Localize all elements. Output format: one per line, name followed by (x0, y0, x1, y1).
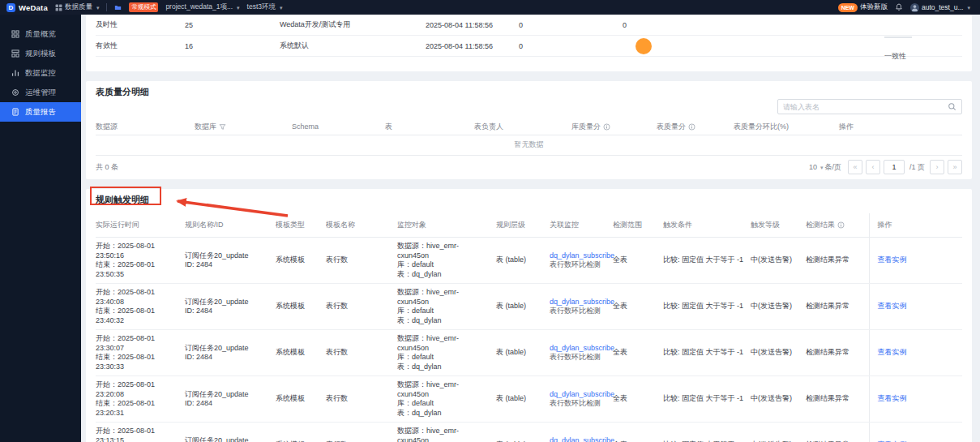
table-row: 开始：2025-08-01 23:13:15 结束：2025-08-01 23:… (96, 423, 962, 442)
info-icon[interactable] (688, 123, 695, 131)
chevron-down-icon (95, 3, 100, 11)
dimension-label: 及时性 (96, 19, 185, 30)
try-new-version-button[interactable]: NEW 体验新版 (838, 2, 888, 12)
new-badge: NEW (838, 3, 858, 12)
search-input[interactable] (783, 103, 948, 111)
monitor-link[interactable]: dq_dylan_subscribe (550, 344, 606, 354)
rule-group-name: 系统默认 (280, 41, 426, 51)
last-page-button[interactable]: » (948, 160, 962, 174)
page-number-input[interactable]: 1 (884, 160, 905, 174)
notification-bell[interactable] (895, 3, 903, 11)
sidebar-item-ops-management[interactable]: 运维管理 (0, 83, 81, 102)
cell-trigger-level: 中(发送告警) (751, 330, 806, 376)
column-header: 触发等级 (751, 213, 806, 238)
cell-run-time: 开始：2025-08-01 23:30:07 结束：2025-08-01 23:… (96, 330, 185, 376)
cell-detect-result: 检测结果异常 (806, 238, 869, 284)
try-new-version-label: 体验新版 (860, 2, 888, 12)
avatar (910, 3, 919, 12)
cell-detect-scope: 全表 (613, 238, 663, 284)
mode-tag: 常规模式 (129, 2, 158, 12)
bar-chart-icon (11, 69, 19, 77)
chevron-down-icon (278, 3, 283, 11)
column-header: 库质量分 (571, 122, 657, 132)
cell-run-time: 开始：2025-08-01 23:13:15 结束：2025-08-01 23:… (96, 423, 185, 442)
count-value: 0 (519, 42, 623, 50)
page-total: /1 页 (909, 162, 925, 173)
cell-run-time: 开始：2025-08-01 23:20:08 结束：2025-08-01 23:… (96, 376, 185, 423)
view-instance-link[interactable]: 查看实例 (878, 394, 907, 402)
env-label: test3环境 (247, 2, 276, 12)
cell-rule-name: 订阅任务20_update ID: 2484 (185, 284, 276, 330)
page-size-select[interactable]: 10 条/页 (809, 162, 841, 173)
column-header: 规则名称/ID (185, 213, 276, 238)
total-count: 共 0 条 (96, 162, 118, 173)
cell-rule-name: 订阅任务20_update ID: 2484 (185, 423, 276, 442)
cell-rule-level: 表 (table) (496, 238, 550, 284)
monitor-link[interactable]: dq_dylan_subscribe (550, 298, 606, 307)
monitor-link[interactable]: dq_dylan_subscribe (550, 251, 606, 261)
column-header: 规则层级 (496, 213, 550, 238)
cell-run-time: 开始：2025-08-01 23:50:16 结束：2025-08-01 23:… (96, 238, 185, 284)
column-header: 实际运行时间 (96, 213, 185, 238)
count-value: 0 (519, 21, 623, 29)
user-menu[interactable]: auto_test_u... (910, 3, 970, 12)
report-icon (11, 108, 19, 116)
info-icon[interactable] (603, 123, 610, 131)
cell-linked-monitor: dq_dylan_subscribe 表行数环比检测 (550, 238, 613, 284)
view-instance-link[interactable]: 查看实例 (878, 302, 907, 310)
column-header: 监控对象 (397, 213, 496, 238)
card-title: 表质量分明细 (96, 86, 962, 98)
product-switcher[interactable]: 数据质量 (55, 2, 100, 12)
sidebar-item-data-monitoring[interactable]: 数据监控 (0, 63, 81, 83)
project-folder-icon (114, 4, 122, 11)
column-header: 操作 (869, 213, 962, 238)
column-header: 表质量分 (657, 122, 734, 132)
project-selector[interactable]: project_wedata_1项... (165, 2, 239, 12)
cell-template-type: 系统模板 (276, 376, 326, 423)
cell-template-name: 表行数 (326, 423, 397, 442)
sidebar-item-rule-templates[interactable]: 规则模板 (0, 44, 81, 63)
table-row: 开始：2025-08-01 23:30:07 结束：2025-08-01 23:… (96, 330, 962, 376)
logo-text: WeData (19, 3, 48, 12)
empty-state: 暂无数据 (96, 135, 962, 156)
chevron-down-icon (235, 3, 240, 11)
env-selector[interactable]: test3环境 (247, 2, 283, 12)
cell-action: 查看实例 (869, 423, 962, 442)
cell-detect-result: 检测结果异常 (806, 376, 869, 423)
count-value: 0 (623, 21, 962, 29)
cell-trigger-condition: 比较: 固定值 大于等于 -1 (663, 238, 751, 284)
column-header: 数据源 (96, 122, 195, 132)
sidebar-item-label: 数据监控 (25, 68, 56, 79)
column-header: 表 (385, 122, 474, 132)
table-row: 开始：2025-08-01 23:50:16 结束：2025-08-01 23:… (96, 238, 962, 284)
product-grid-icon (55, 4, 62, 11)
cell-linked-monitor: dq_dylan_subscribe 表行数环比检测 (550, 284, 613, 330)
cell-rule-level: 表 (table) (496, 330, 550, 376)
sidebar-item-label: 质量报告 (25, 107, 56, 118)
first-page-button[interactable]: « (848, 160, 862, 174)
cell-rule-name: 订阅任务20_update ID: 2484 (185, 376, 276, 423)
monitor-link[interactable]: dq_dylan_subscribe (550, 390, 606, 400)
chevron-down-icon (819, 163, 824, 171)
cell-run-time: 开始：2025-08-01 23:40:08 结束：2025-08-01 23:… (96, 284, 185, 330)
cell-trigger-level: 中(发送告警) (751, 284, 806, 330)
view-instance-link[interactable]: 查看实例 (878, 348, 907, 356)
sidebar-item-quality-report[interactable]: 质量报告 (0, 102, 81, 122)
search-icon[interactable] (948, 102, 956, 111)
prev-page-button[interactable]: ‹ (866, 160, 880, 174)
filter-funnel-icon[interactable] (219, 123, 226, 131)
column-header: 模板名称 (326, 213, 397, 238)
overview-card: 及时性 25 Wedata开发/测试专用 2025-08-04 11:58:56… (86, 15, 972, 71)
cell-action: 查看实例 (869, 376, 962, 423)
next-page-button[interactable]: › (930, 160, 944, 174)
cell-detect-result: 检测结果异常 (806, 330, 869, 376)
sidebar-item-quality-overview[interactable]: 质量概览 (0, 24, 81, 44)
monitor-link[interactable]: dq_dylan_subscribe (550, 436, 606, 442)
cell-detect-scope: 全表 (613, 330, 663, 376)
cell-rule-name: 订阅任务20_update ID: 2484 (185, 238, 276, 284)
info-icon[interactable] (837, 221, 845, 229)
project-label: project_wedata_1项... (165, 2, 233, 12)
table-search-box (777, 99, 962, 114)
view-instance-link[interactable]: 查看实例 (878, 255, 907, 264)
sidebar: 质量概览 规则模板 数据监控 运维管理 质量报告 (0, 15, 81, 442)
